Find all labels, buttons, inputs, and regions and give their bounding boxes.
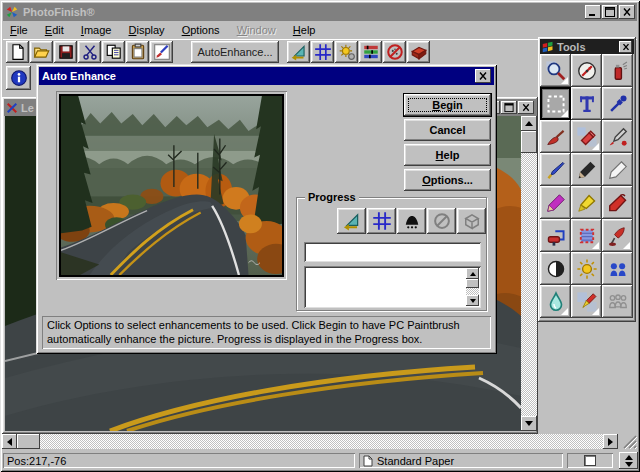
dialog-close-button[interactable] <box>475 69 491 83</box>
horizontal-scrollbar[interactable] <box>2 434 618 449</box>
close-icon <box>620 6 634 18</box>
image-window-icon <box>6 102 18 114</box>
tools-title-bar[interactable]: Tools <box>540 39 634 54</box>
airbrush-tool-button[interactable] <box>602 54 633 87</box>
sharpen-tool-button[interactable] <box>571 285 602 318</box>
resize-grip[interactable] <box>620 434 638 449</box>
options-button[interactable]: Options... <box>404 169 491 191</box>
paint-roller-tool-button[interactable] <box>540 219 571 252</box>
dialog-title-bar[interactable]: Auto Enhance <box>39 67 494 85</box>
menu-edit[interactable]: Edit <box>38 21 71 38</box>
paintbrush-tool-button[interactable] <box>540 120 571 153</box>
paint-roller-tool-icon <box>545 225 567 247</box>
smudge-tool-button[interactable] <box>602 252 633 285</box>
horizontal-scroll-thumb[interactable] <box>17 434 40 449</box>
deskew-button[interactable] <box>287 41 310 63</box>
progress-despeckle-button[interactable] <box>397 208 426 234</box>
brightness-button[interactable] <box>335 41 358 63</box>
progress-crop-button[interactable] <box>367 208 396 234</box>
line-tool-button[interactable] <box>602 153 633 186</box>
menu-help[interactable]: Help <box>286 21 323 38</box>
text-tool-button[interactable] <box>571 87 602 120</box>
color-replacer-tool-icon <box>607 126 629 148</box>
eraser-tool-button[interactable] <box>571 120 602 153</box>
scroll-right-button[interactable] <box>603 434 618 449</box>
help-button[interactable]: Help <box>404 144 491 166</box>
maximize-button[interactable] <box>602 5 618 19</box>
image-close-button[interactable] <box>518 101 534 114</box>
minimize-button[interactable] <box>585 5 601 19</box>
tools-close-button[interactable] <box>619 41 632 53</box>
zoom-tool-button[interactable] <box>540 54 571 87</box>
autoenhance-button[interactable]: AutoEnhance... <box>191 41 279 63</box>
cancel-button[interactable]: Cancel <box>404 119 491 141</box>
status-spinner[interactable] <box>619 452 638 469</box>
cut-icon <box>81 43 99 61</box>
progress-bar <box>304 242 481 262</box>
info-icon <box>10 69 28 87</box>
color-balance-icon <box>362 43 380 61</box>
menu-image[interactable]: Image <box>74 21 119 38</box>
color-balance-button[interactable] <box>359 41 382 63</box>
despeckle-button[interactable] <box>383 41 406 63</box>
quill-tool-button[interactable] <box>602 219 633 252</box>
water-drop-tool-button[interactable] <box>540 285 571 318</box>
close-button[interactable] <box>619 5 635 19</box>
clone-tool-button[interactable] <box>602 285 633 318</box>
list-scroll-down-button[interactable] <box>466 295 479 306</box>
colored-pencil-tool-button[interactable] <box>540 186 571 219</box>
menu-options[interactable]: Options <box>175 21 227 38</box>
list-scrollbar[interactable] <box>466 268 479 306</box>
current-color-swatch[interactable] <box>584 455 596 466</box>
open-button[interactable] <box>30 41 53 63</box>
brightness-tool-button[interactable] <box>571 252 602 285</box>
status-position-panel: Pos:217,-76 <box>3 453 355 468</box>
auto-enhance-dialog: Auto Enhance Begin Cancel Help Options..… <box>36 64 497 354</box>
pattern-fill-tool-button[interactable] <box>571 219 602 252</box>
scroll-left-button[interactable] <box>2 434 17 449</box>
scroll-down-button[interactable] <box>521 416 537 431</box>
pen-tool-icon <box>545 159 567 181</box>
touch-up-brush-button[interactable] <box>150 41 173 63</box>
menu-display[interactable]: Display <box>122 21 172 38</box>
vertical-scroll-thumb[interactable] <box>521 131 537 153</box>
photofinish-window: PhotoFinish® File Edit Image Display Opt… <box>0 0 640 472</box>
progress-color-adjust-button <box>427 208 456 234</box>
list-scroll-up-button[interactable] <box>466 268 479 279</box>
status-bar: Pos:217,-76 Standard Paper <box>2 451 638 470</box>
selection-tool-button[interactable] <box>540 87 571 120</box>
vertical-scrollbar[interactable] <box>521 116 537 431</box>
status-paper-panel: Standard Paper <box>359 453 563 468</box>
begin-button[interactable]: Begin <box>404 94 491 116</box>
cut-button[interactable] <box>78 41 101 63</box>
save-button[interactable] <box>54 41 77 63</box>
contrast-tool-button[interactable] <box>540 252 571 285</box>
progress-group-label: Progress <box>305 191 359 203</box>
paste-icon <box>129 43 147 61</box>
progress-log-list[interactable] <box>304 266 481 308</box>
menu-file[interactable]: File <box>3 21 35 38</box>
resize-grip-icon <box>620 434 638 449</box>
info-button[interactable] <box>6 66 31 90</box>
list-scroll-thumb[interactable] <box>466 279 479 288</box>
title-bar[interactable]: PhotoFinish® <box>3 3 637 21</box>
eyedropper-tool-button[interactable] <box>602 87 633 120</box>
progress-deskew-button[interactable] <box>337 208 366 234</box>
new-document-button[interactable] <box>6 41 29 63</box>
color-replacer-tool-button[interactable] <box>602 120 633 153</box>
scroll-up-button[interactable] <box>521 116 537 131</box>
locator-tool-button[interactable] <box>571 54 602 87</box>
crayon-tool-button[interactable] <box>602 186 633 219</box>
paste-button[interactable] <box>126 41 149 63</box>
deskew-icon <box>342 211 362 231</box>
pen-tool-button[interactable] <box>540 153 571 186</box>
sharpen-button[interactable] <box>407 41 430 63</box>
paper-icon <box>363 455 373 467</box>
airbrush-tool-icon <box>607 60 629 82</box>
image-maximize-button[interactable] <box>501 101 517 114</box>
preview-frame <box>56 91 287 280</box>
pencil-tool-button[interactable] <box>571 153 602 186</box>
copy-button[interactable] <box>102 41 125 63</box>
marker-tool-button[interactable] <box>571 186 602 219</box>
crop-button[interactable] <box>311 41 334 63</box>
